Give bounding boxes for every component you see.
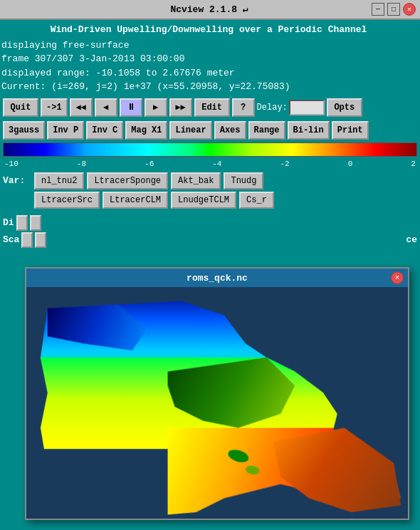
bottom-btn-3[interactable] <box>21 232 33 248</box>
colorbar <box>3 142 417 157</box>
controls-row-2: 3gauss Inv P Inv C Mag X1 Linear Axes Ra… <box>0 120 420 141</box>
range-button[interactable]: Range <box>248 121 285 140</box>
info-line2: frame 307/307 3-Jan-2013 03:00:00 <box>1 52 416 66</box>
controls-row-1: Quit ->1 ◀◀ ◀ ⏸ ▶ ▶▶ Edit ? Delay: Opts <box>0 95 420 120</box>
var-ltracer-clm[interactable]: LtracerCLM <box>103 192 168 209</box>
rewind-fast-button[interactable]: ◀◀ <box>70 98 93 117</box>
linear-button[interactable]: Linear <box>169 121 211 140</box>
colorbar-label-4: -2 <box>280 160 289 168</box>
float-close-button[interactable]: × <box>391 271 404 284</box>
mag-x1-button[interactable]: Mag X1 <box>125 121 167 140</box>
dim-label: Di <box>3 215 14 231</box>
scale-label: Sca <box>3 232 19 248</box>
colorbar-label-2: -6 <box>145 160 154 168</box>
rewind-button[interactable]: ◀ <box>95 98 117 117</box>
forward-fast-button[interactable]: ▶▶ <box>169 98 192 117</box>
info-line4: Current: (i=269, j=2) 1e+37 (x=55.20958,… <box>1 80 416 94</box>
pause-button[interactable]: ⏸ <box>120 98 142 117</box>
var-nl-tnu2[interactable]: nl_tnu2 <box>34 172 84 189</box>
close-button[interactable]: ✕ <box>403 3 416 16</box>
float-dialog: roms_qck.nc × <box>25 267 409 520</box>
var-ltracer-sponge[interactable]: LtracerSponge <box>87 172 168 189</box>
float-titlebar: roms_qck.nc × <box>26 269 408 287</box>
var-lnudge-tclm[interactable]: LnudgeTCLM <box>171 192 236 209</box>
minimize-button[interactable]: ─ <box>372 3 384 16</box>
var-label: Var: <box>3 175 31 186</box>
colorbar-label-3: -4 <box>212 160 221 168</box>
var-section: Var: nl_tnu2 LtracerSponge Akt_bak Tnudg… <box>0 170 420 214</box>
window-controls: ─ □ ✕ <box>372 3 416 16</box>
question-button[interactable]: ? <box>232 98 255 117</box>
info-line3: displayed range: -10.1058 to 2.67676 met… <box>1 66 416 80</box>
var-row-1: Var: nl_tnu2 LtracerSponge Akt_bak Tnudg <box>3 172 417 189</box>
subtitle: Wind-Driven Upwelling/Downwelling over a… <box>1 23 416 37</box>
inv-c-button[interactable]: Inv C <box>86 121 123 140</box>
bottom-section: Di Sca ce <box>0 214 420 251</box>
bottom-btn-4[interactable] <box>35 232 46 248</box>
delay-input[interactable] <box>289 100 325 115</box>
var-row-2: LtracerSrc LtracerCLM LnudgeTCLM Cs_r <box>3 192 417 209</box>
inv-p-button[interactable]: Inv P <box>47 121 84 140</box>
bottom-row-1: Di <box>3 215 417 231</box>
colorbar-label-5: 0 <box>348 160 353 168</box>
3gauss-button[interactable]: 3gauss <box>3 121 45 140</box>
colorbar-label-1: -8 <box>77 160 86 168</box>
axes-button[interactable]: Axes <box>214 121 246 140</box>
var-tnudg[interactable]: Tnudg <box>224 172 263 189</box>
var-akt-bak[interactable]: Akt_bak <box>171 172 221 189</box>
bilin-button[interactable]: Bi-lin <box>288 121 330 140</box>
colorbar-container: -10 -8 -6 -4 -2 0 2 <box>0 141 420 170</box>
map-canvas <box>26 287 408 519</box>
colorbar-labels: -10 -8 -6 -4 -2 0 2 <box>3 160 417 168</box>
float-title: roms_qck.nc <box>43 273 391 284</box>
print-button[interactable]: Print <box>332 121 369 140</box>
bottom-row-2: Sca ce <box>3 232 417 248</box>
var-ltracer-src[interactable]: LtracerSrc <box>34 192 100 209</box>
title-bar: Ncview 2.1.8 ↵ ─ □ ✕ <box>0 0 420 20</box>
info-line1: displaying free-surface <box>1 38 416 53</box>
delay-container: Delay: <box>257 100 325 115</box>
colorbar-label-0: -10 <box>4 160 19 168</box>
bottom-btn-2[interactable] <box>30 215 41 231</box>
delay-label: Delay: <box>257 103 288 113</box>
opts-button[interactable]: Opts <box>327 98 362 117</box>
var-cs-r[interactable]: Cs_r <box>239 192 274 209</box>
bottom-btn-1[interactable] <box>16 215 28 231</box>
maximize-button[interactable]: □ <box>387 3 400 16</box>
map-area <box>26 287 408 519</box>
right-label: ce <box>406 232 417 248</box>
arrow1-button[interactable]: ->1 <box>41 98 68 117</box>
forward-button[interactable]: ▶ <box>145 98 167 117</box>
window-title: Ncview 2.1.8 ↵ <box>47 4 372 15</box>
edit-button[interactable]: Edit <box>194 98 230 117</box>
colorbar-label-6: 2 <box>411 160 416 168</box>
quit-button[interactable]: Quit <box>3 98 38 117</box>
info-section: Wind-Driven Upwelling/Downwelling over a… <box>0 20 420 95</box>
